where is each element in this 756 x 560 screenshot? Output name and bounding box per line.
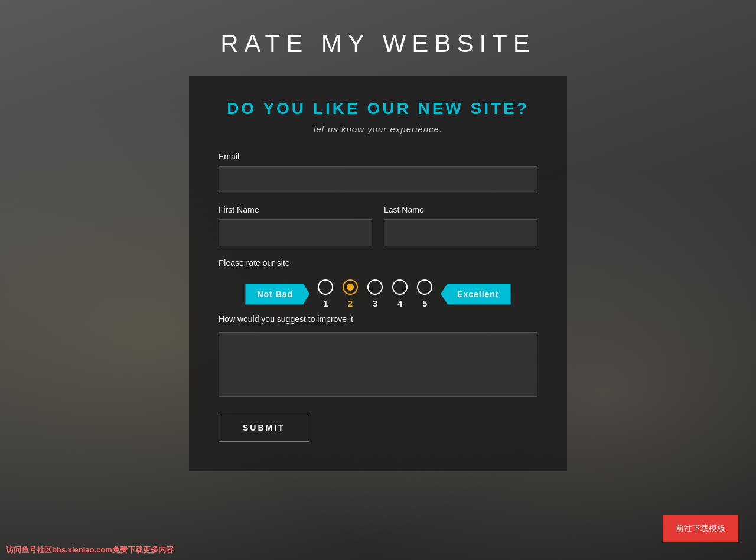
form-container: DO YOU LIKE OUR NEW SITE? let us know yo…: [189, 76, 567, 471]
email-input[interactable]: [219, 166, 537, 193]
radio-item-4: 4: [392, 279, 408, 308]
radio-3[interactable]: [367, 279, 383, 295]
radio-label-4: 4: [397, 298, 402, 308]
improve-textarea[interactable]: [219, 332, 537, 397]
rating-label: Please rate our site: [219, 258, 537, 268]
last-name-input[interactable]: [384, 219, 537, 246]
radio-1[interactable]: [318, 279, 333, 295]
email-field-group: Email: [219, 152, 537, 205]
first-name-field-group: First Name: [219, 205, 372, 258]
radio-label-5: 5: [422, 298, 427, 308]
submit-button[interactable]: SUBMIT: [219, 414, 309, 442]
rating-row: Not Bad 1 2 3 4: [219, 279, 537, 308]
radio-item-5: 5: [417, 279, 432, 308]
first-name-label: First Name: [219, 205, 372, 214]
radio-label-3: 3: [373, 298, 377, 308]
radio-options-row: 1 2 3 4 5: [318, 279, 432, 308]
excellent-button[interactable]: Excellent: [441, 284, 510, 305]
radio-label-1: 1: [323, 298, 328, 308]
not-bad-button[interactable]: Not Bad: [245, 284, 309, 305]
form-subheading: let us know your experience.: [219, 124, 537, 134]
improve-label: How would you suggest to improve it: [219, 314, 537, 324]
last-name-field-group: Last Name: [384, 205, 537, 258]
radio-4[interactable]: [392, 279, 408, 295]
radio-label-2: 2: [348, 298, 353, 308]
radio-group: 1 2 3 4 5: [318, 279, 432, 308]
last-name-label: Last Name: [384, 205, 537, 214]
download-button[interactable]: 前往下载模板: [663, 515, 738, 542]
name-row: First Name Last Name: [219, 205, 537, 258]
page-title: RATE MY WEBSITE: [0, 0, 756, 76]
form-heading: DO YOU LIKE OUR NEW SITE?: [219, 99, 537, 118]
radio-item-3: 3: [367, 279, 383, 308]
radio-2[interactable]: [343, 279, 358, 295]
first-name-input[interactable]: [219, 219, 372, 246]
watermark: 访问鱼号社区bbs.xienlao.com免费下载更多内容: [6, 545, 174, 555]
radio-item-2: 2: [343, 279, 358, 308]
radio-5[interactable]: [417, 279, 432, 295]
radio-item-1: 1: [318, 279, 333, 308]
email-label: Email: [219, 152, 537, 161]
